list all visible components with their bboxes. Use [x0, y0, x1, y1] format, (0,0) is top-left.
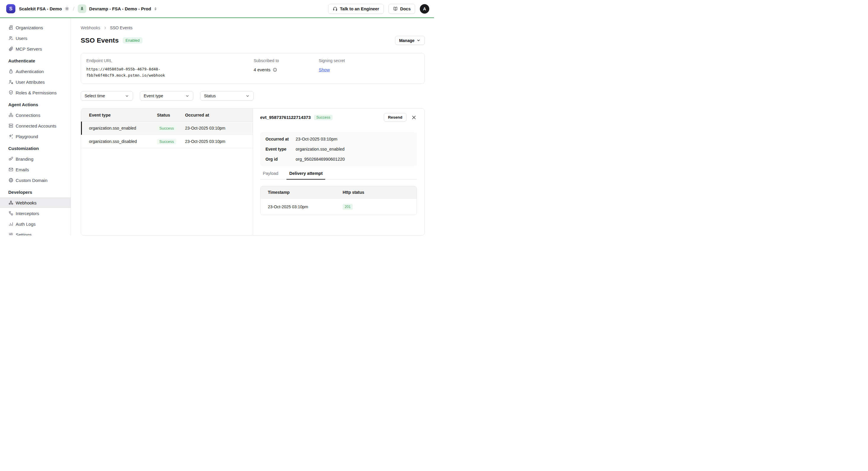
workspace-settings-button[interactable]	[64, 6, 69, 11]
envelope-icon	[8, 167, 13, 172]
sidebar-item-label: Organizations	[16, 25, 43, 30]
field-value: 23-Oct-2025 03:10pm	[296, 137, 337, 141]
occurred-at-cell: 23-Oct-2025 03:10pm	[185, 139, 253, 144]
sidebar-item-authentication[interactable]: Authentication	[0, 66, 71, 77]
table-row[interactable]: organization.sso_disabled Success 23-Oct…	[81, 135, 253, 148]
column-occurred-at: Occurred at	[185, 113, 253, 117]
paperclip-icon	[8, 46, 13, 52]
table-row[interactable]: organization.sso_enabled Success 23-Oct-…	[81, 122, 253, 135]
event-type-filter-label: Event type	[144, 93, 163, 98]
app-window: S Scalekit FSA - Demo / Devramp - FSA - …	[0, 0, 434, 235]
chevron-down-icon	[125, 94, 129, 98]
gear-icon	[64, 6, 69, 11]
sidebar-item-organizations[interactable]: Organizations	[0, 22, 71, 33]
lock-icon	[8, 69, 13, 74]
show-secret-link[interactable]: Show	[319, 67, 330, 72]
column-http-status: Http status	[343, 190, 416, 195]
tab-delivery-attempt[interactable]: Delivery attempt	[286, 171, 325, 180]
sidebar-item-interceptors[interactable]: Interceptors	[0, 208, 71, 218]
subscribed-column: Subscribed to 4 events	[254, 58, 319, 79]
time-filter-dropdown[interactable]: Select time	[81, 91, 133, 100]
events-table: Event type Status Occurred at organizati…	[81, 109, 253, 235]
chevron-down-icon	[185, 94, 189, 98]
talk-to-engineer-label: Talk to an Engineer	[340, 6, 379, 11]
event-type-cell: organization.sso_enabled	[89, 126, 157, 130]
sidebar-section-authenticate: Authenticate	[0, 55, 71, 66]
page-title: SSO Events	[81, 37, 119, 45]
scalekit-logo: S	[6, 4, 16, 13]
status-badge: Success	[157, 125, 176, 131]
timestamp-cell: 23-Oct-2025 03:10pm	[268, 204, 343, 209]
sidebar-item-label: Authentication	[16, 69, 44, 74]
detail-field-org-id: Org id org_95026846990601220	[266, 155, 411, 163]
attempts-table-header: Timestamp Http status	[260, 186, 416, 199]
sidebar-item-settings[interactable]: Settings	[0, 229, 71, 235]
sidebar-item-custom-domain[interactable]: Custom Domain	[0, 175, 71, 185]
sidebar-item-webhooks[interactable]: Webhooks	[0, 197, 71, 208]
talk-to-engineer-button[interactable]: Talk to an Engineer	[328, 4, 384, 14]
delivery-attempts-table: Timestamp Http status 23-Oct-2025 03:10p…	[260, 186, 417, 215]
detail-field-event-type: Event type organization.sso_enabled	[266, 145, 411, 153]
filters-row: Select time Event type Status	[81, 91, 425, 100]
workspace-name: Scalekit FSA - Demo	[19, 6, 62, 11]
field-label: Event type	[266, 147, 296, 151]
sidebar-item-label: Webhooks	[16, 200, 37, 205]
sidebar-section-agent-actions: Agent Actions	[0, 99, 71, 110]
info-icon[interactable]	[273, 67, 277, 72]
close-icon	[411, 115, 417, 120]
sidebar-item-label: Playground	[16, 134, 38, 139]
detail-header: evt_95873761122714373 Success Resend	[260, 113, 417, 122]
sidebar-item-connected-accounts[interactable]: Connected Accounts	[0, 120, 71, 131]
docs-button[interactable]: Docs	[389, 4, 415, 14]
main-content: Webhooks SSO Events SSO Events Enabled M…	[71, 18, 434, 235]
avatar[interactable]: A	[420, 4, 429, 13]
sidebar-item-label: Custom Domain	[16, 178, 48, 183]
time-filter-label: Select time	[85, 93, 105, 98]
sidebar-item-connections[interactable]: Connections	[0, 110, 71, 120]
sidebar-item-auth-logs[interactable]: Auth Logs	[0, 218, 71, 229]
project-name: Devramp - FSA - Demo - Prod	[89, 6, 151, 11]
tab-payload[interactable]: Payload	[260, 171, 281, 179]
docs-label: Docs	[400, 6, 411, 11]
field-value: org_95026846990601220	[296, 157, 345, 161]
project-switcher-button[interactable]	[153, 7, 158, 11]
paintbrush-icon	[8, 156, 13, 161]
manage-button[interactable]: Manage	[395, 36, 425, 45]
book-icon	[393, 6, 398, 11]
top-bar: S Scalekit FSA - Demo / Devramp - FSA - …	[0, 0, 434, 18]
sidebar-item-label: Connections	[16, 113, 40, 118]
breadcrumb-slash: /	[73, 6, 74, 12]
sidebar-item-label: MCP Servers	[16, 47, 42, 52]
sidebar-item-mcp-servers[interactable]: MCP Servers	[0, 43, 71, 54]
title-row: SSO Events Enabled Manage	[81, 36, 425, 45]
rocket-icon	[80, 6, 85, 11]
sidebar-item-user-attributes[interactable]: User Attributes	[0, 77, 71, 87]
users-icon	[8, 35, 13, 41]
top-bar-actions: Talk to an Engineer Docs A	[328, 4, 429, 14]
status-badge: Success	[314, 115, 333, 120]
logo-letter: S	[9, 6, 12, 11]
sidebar-item-playground[interactable]: Playground	[0, 131, 71, 142]
sidebar-item-roles-permissions[interactable]: Roles & Permissions	[0, 87, 71, 98]
sidebar-item-branding[interactable]: Branding	[0, 153, 71, 164]
endpoint-url-column: Endpoint URL https://405803a0-055b-4679-…	[86, 58, 254, 79]
status-filter-dropdown[interactable]: Status	[200, 91, 254, 100]
project-chip	[78, 4, 86, 13]
event-detail-panel: evt_95873761122714373 Success Resend Occ…	[253, 109, 425, 235]
sidebar-section-developers: Developers	[0, 187, 71, 197]
headset-icon	[333, 6, 338, 11]
globe-icon	[8, 178, 13, 183]
table-row[interactable]: 23-Oct-2025 03:10pm 201	[260, 199, 416, 215]
event-type-filter-dropdown[interactable]: Event type	[140, 91, 193, 100]
events-panel: Event type Status Occurred at organizati…	[81, 108, 425, 235]
http-status-badge: 201	[343, 204, 353, 210]
breadcrumb-webhooks[interactable]: Webhooks	[81, 25, 100, 30]
sidebar-item-label: Users	[16, 36, 27, 41]
sidebar-item-users[interactable]: Users	[0, 33, 71, 43]
close-panel-button[interactable]	[411, 115, 417, 120]
status-badge: Success	[157, 139, 176, 144]
sidebar-item-label: Roles & Permissions	[16, 90, 57, 95]
sidebar-item-emails[interactable]: Emails	[0, 164, 71, 175]
resend-button[interactable]: Resend	[384, 113, 406, 122]
cubes-icon	[8, 112, 13, 118]
